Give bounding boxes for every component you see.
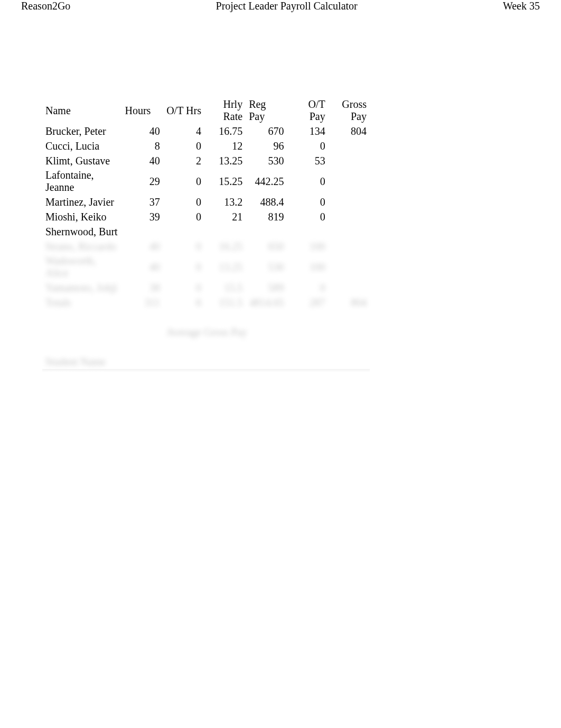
cell-othrs: 0 [163, 280, 204, 295]
page-header: Reason2Go Project Leader Payroll Calcula… [0, 0, 561, 16]
cell-hours: 40 [121, 124, 163, 139]
cell-name: Strano, Riccardo [42, 239, 121, 254]
cell-ot: 53 [287, 153, 328, 168]
totals-ot: 287 [287, 295, 328, 310]
totals-hours: 311 [121, 295, 163, 310]
cell-name: Cucci, Lucia [42, 139, 121, 153]
cell-name: Mioshi, Keiko [42, 209, 121, 224]
cell-rate: 21 [204, 209, 246, 224]
avg-row: Average Gross Pay [42, 325, 370, 339]
cell-ot: 0 [287, 168, 328, 195]
cell-name: Brucker, Peter [42, 124, 121, 139]
cell-reg: 589 [246, 280, 287, 295]
cell-gross [329, 239, 370, 254]
cell-ot [287, 224, 328, 239]
cell-hours: 40 [121, 239, 163, 254]
cell-reg: 650 [246, 239, 287, 254]
payroll-table: Name Hours O/T Hrs Hrly Rate Reg Pay O/T… [42, 53, 370, 372]
table-row: Brucker, Peter 40 4 16.75 670 134 804 [42, 124, 370, 139]
col-name: Name [42, 97, 121, 124]
cell-rate: 13.2 [204, 195, 246, 209]
cell-reg [246, 224, 287, 239]
header-left: Reason2Go [21, 0, 70, 12]
avg-label: Average Gross Pay [163, 325, 287, 339]
cell-rate: 16.75 [204, 124, 246, 139]
col-reg-pay: Reg Pay [246, 97, 287, 124]
cell-othrs: 0 [163, 168, 204, 195]
cell-rate: 15.25 [204, 168, 246, 195]
cell-name: Klimt, Gustave [42, 153, 121, 168]
totals-gross: 804 [329, 295, 370, 310]
col-gross-pay: Gross Pay [329, 97, 370, 124]
cell-gross [329, 195, 370, 209]
cell-othrs: 0 [163, 195, 204, 209]
totals-rate: 151.5 [204, 295, 246, 310]
cell-name: Wadsworth, Alice [42, 254, 121, 280]
cell-rate: 16.25 [204, 239, 246, 254]
cell-hours: 37 [121, 195, 163, 209]
cell-reg: 670 [246, 124, 287, 139]
cell-gross [329, 209, 370, 224]
cell-hours [121, 224, 163, 239]
cell-name: Lafontaine, Jeanne [42, 168, 121, 195]
table-row-blurred: Strano, Riccardo 40 0 16.25 650 100 [42, 239, 370, 254]
cell-hours: 40 [121, 153, 163, 168]
cell-rate: 15.5 [204, 280, 246, 295]
cell-ot: 100 [287, 239, 328, 254]
cell-gross [329, 168, 370, 195]
col-ot-hrs: O/T Hrs [163, 97, 204, 124]
totals-reg: 4814.65 [246, 295, 287, 310]
col-hrly-rate: Hrly Rate [204, 97, 246, 124]
cell-reg: 530 [246, 254, 287, 280]
cell-othrs: 4 [163, 124, 204, 139]
col-hours: Hours [121, 97, 163, 124]
totals-row: Totals 311 6 151.5 4814.65 287 804 [42, 295, 370, 310]
cell-name: Yamamoto, Johji [42, 280, 121, 295]
cell-rate [204, 224, 246, 239]
header-right: Week 35 [503, 0, 540, 12]
cell-name: Martinez, Javier [42, 195, 121, 209]
cell-hours: 39 [121, 209, 163, 224]
cell-hours: 38 [121, 280, 163, 295]
cell-rate: 12 [204, 139, 246, 153]
cell-name: Shernwood, Burt [42, 224, 121, 239]
cell-gross: 804 [329, 124, 370, 139]
cell-othrs: 0 [163, 239, 204, 254]
cell-hours: 29 [121, 168, 163, 195]
cell-ot: 0 [287, 139, 328, 153]
table-row-blurred: Yamamoto, Johji 38 0 15.5 589 0 [42, 280, 370, 295]
table-row: Cucci, Lucia 8 0 12 96 0 [42, 139, 370, 153]
col-ot-pay: O/T Pay [287, 97, 328, 124]
table-row: Shernwood, Burt [42, 224, 370, 239]
cell-othrs: 0 [163, 254, 204, 280]
cell-reg: 96 [246, 139, 287, 153]
totals-label: Totals [42, 295, 121, 310]
cell-hours: 8 [121, 139, 163, 153]
cell-othrs: 2 [163, 153, 204, 168]
cell-reg: 819 [246, 209, 287, 224]
cell-rate: 13.25 [204, 153, 246, 168]
cell-othrs: 0 [163, 209, 204, 224]
cell-reg: 530 [246, 153, 287, 168]
table-row: Mioshi, Keiko 39 0 21 819 0 [42, 209, 370, 224]
cell-ot: 0 [287, 280, 328, 295]
table-header-row: Name Hours O/T Hrs Hrly Rate Reg Pay O/T… [42, 97, 370, 124]
cell-ot: 0 [287, 195, 328, 209]
cell-ot: 0 [287, 209, 328, 224]
cell-othrs [163, 224, 204, 239]
cell-ot: 134 [287, 124, 328, 139]
cell-ot: 100 [287, 254, 328, 280]
cell-othrs: 0 [163, 139, 204, 153]
cell-rate: 13.25 [204, 254, 246, 280]
cell-gross [329, 280, 370, 295]
cell-gross [329, 254, 370, 280]
payroll-table-wrap: Name Hours O/T Hrs Hrly Rate Reg Pay O/T… [42, 53, 370, 372]
table-row: Klimt, Gustave 40 2 13.25 530 53 [42, 153, 370, 168]
student-name-label: Student Name [42, 354, 121, 369]
cell-gross [329, 139, 370, 153]
header-center: Project Leader Payroll Calculator [216, 0, 358, 12]
table-row: Martinez, Javier 37 0 13.2 488.4 0 [42, 195, 370, 209]
table-row: Lafontaine, Jeanne 29 0 15.25 442.25 0 [42, 168, 370, 195]
cell-gross [329, 153, 370, 168]
footer-row: Student Name [42, 354, 370, 369]
